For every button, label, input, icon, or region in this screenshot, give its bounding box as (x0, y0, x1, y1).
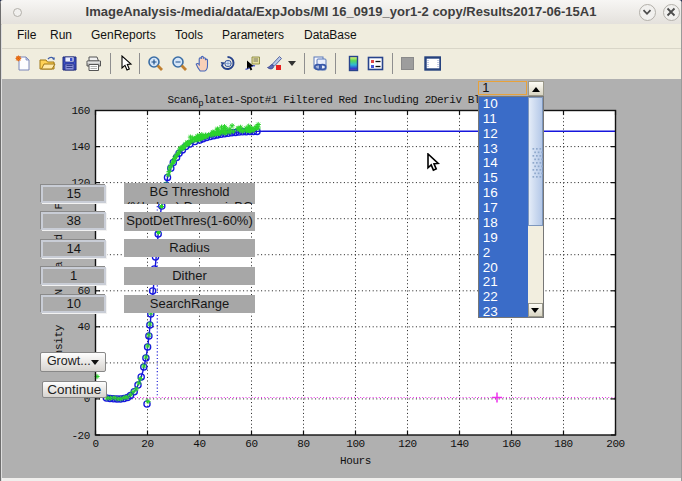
svg-text:60: 60 (245, 438, 257, 450)
svg-text:Hours: Hours (340, 455, 371, 467)
svg-text:120: 120 (398, 438, 417, 450)
svg-text:40: 40 (78, 321, 90, 333)
svg-text:F: F (53, 203, 65, 209)
svg-text:140: 140 (71, 141, 90, 153)
svg-text:200: 200 (606, 438, 625, 450)
svg-text:80: 80 (297, 438, 309, 450)
svg-text:140: 140 (450, 438, 469, 450)
svg-text:100: 100 (346, 438, 365, 450)
svg-text:0: 0 (92, 438, 98, 450)
svg-text:180: 180 (554, 438, 573, 450)
svg-text:160: 160 (502, 438, 521, 450)
svg-text:160: 160 (71, 105, 90, 117)
svg-text:Scan6plate1-Spot#1 Filtered Re: Scan6plate1-Spot#1 Filtered Red Includin… (168, 94, 493, 109)
svg-text:20: 20 (141, 438, 153, 450)
svg-text:40: 40 (193, 438, 205, 450)
svg-text:-20: -20 (71, 430, 90, 442)
